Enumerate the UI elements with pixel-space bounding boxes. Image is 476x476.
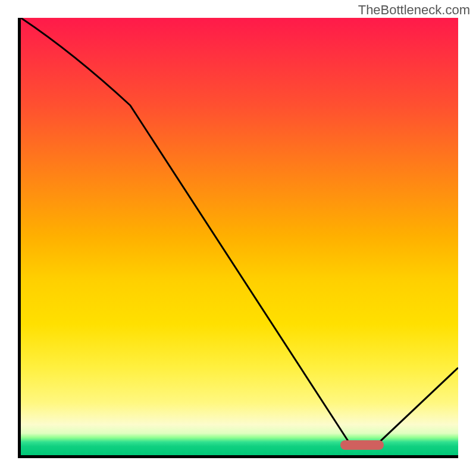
- watermark-text: TheBottleneck.com: [358, 2, 470, 18]
- optimal-range-marker: [340, 440, 384, 450]
- chart-container: TheBottleneck.com: [0, 0, 476, 476]
- chart-plot-area: [18, 18, 458, 458]
- bottleneck-curve: [21, 18, 458, 455]
